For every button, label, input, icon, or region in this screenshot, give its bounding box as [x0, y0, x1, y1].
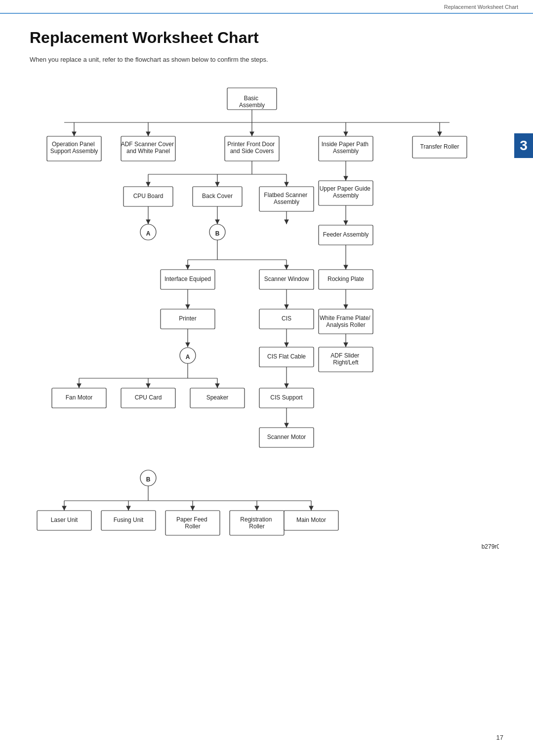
- fusing-unit-text: Fusing Unit: [113, 517, 143, 523]
- flowchart-area: .node-box { fill: #fff; stroke: #333; st…: [35, 78, 499, 672]
- circle-a2-text: A: [185, 354, 190, 360]
- circle-a1-text: A: [146, 230, 150, 237]
- page-subtitle: When you replace a unit, refer to the fl…: [30, 56, 503, 63]
- main-motor-text: Main Motor: [296, 517, 326, 523]
- white-frame-text: White Frame Plate/ Analysis Roller: [319, 315, 371, 328]
- circle-b1-text: B: [215, 230, 219, 237]
- figure-id: b279r048: [481, 543, 498, 550]
- section-tab: 3: [514, 133, 533, 158]
- page-number: 17: [496, 734, 503, 741]
- printer-text: Printer: [179, 315, 196, 322]
- fan-motor-text: Fan Motor: [65, 394, 92, 401]
- transfer-roller-text: Transfer Roller: [420, 143, 459, 150]
- cis-flat-cable-text: CIS Flat Cable: [267, 353, 305, 360]
- rocking-plate-text: Rocking Plate: [327, 276, 364, 282]
- operation-panel-text: Operation Panel Support Assembly: [50, 141, 98, 155]
- back-cover-text: Back Cover: [202, 193, 232, 199]
- laser-unit-text: Laser Unit: [50, 517, 78, 523]
- adf-slider-text: ADF Slider Right/Left: [330, 352, 361, 366]
- cis-support-text: CIS Support: [270, 394, 303, 401]
- scanner-window-text: Scanner Window: [264, 276, 309, 282]
- adf-scanner-text: ADF Scanner Cover and White Panel: [121, 141, 175, 155]
- cpu-card-text: CPU Card: [134, 394, 162, 401]
- header-title: Replacement Worksheet Chart: [444, 4, 518, 10]
- speaker-text: Speaker: [206, 394, 228, 401]
- scanner-motor-text: Scanner Motor: [267, 434, 306, 440]
- printer-front-text: Printer Front Door and Side Covers: [227, 141, 276, 155]
- page-title: Replacement Worksheet Chart: [30, 29, 503, 47]
- circle-b2-text: B: [146, 476, 150, 483]
- top-bar: Replacement Worksheet Chart: [0, 0, 533, 14]
- page-content: Replacement Worksheet Chart When you rep…: [0, 14, 533, 697]
- interface-equiped-text: Interface Equiped: [164, 276, 210, 282]
- flowchart-svg: .node-box { fill: #fff; stroke: #333; st…: [35, 78, 499, 671]
- feeder-assembly-text: Feeder Assembly: [323, 231, 369, 238]
- cis-text: CIS: [281, 315, 291, 322]
- cpu-board-text: CPU Board: [133, 193, 163, 199]
